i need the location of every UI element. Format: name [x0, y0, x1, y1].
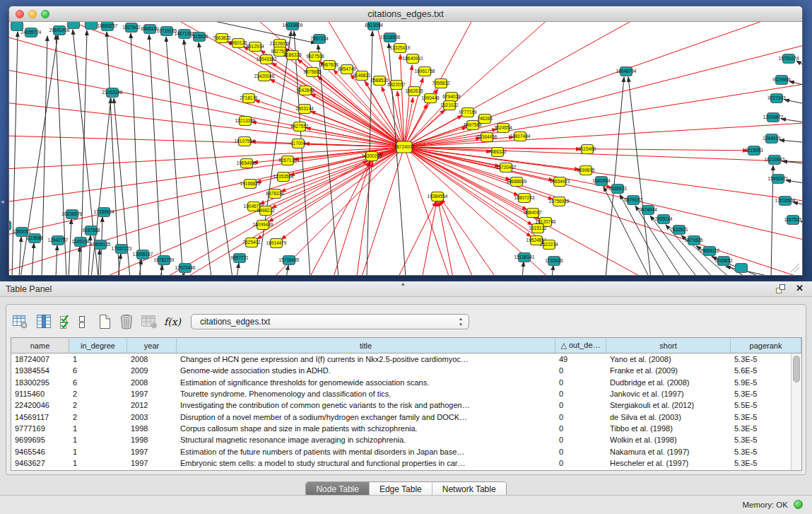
graph-edge[interactable] — [255, 100, 404, 147]
create-column-button[interactable] — [97, 313, 112, 330]
control-panel-splitter-arrow[interactable]: ◂ — [1, 198, 4, 205]
graph-edge[interactable] — [12, 32, 18, 275]
tab-edge-table[interactable]: Edge Table — [370, 482, 433, 496]
graph-edge[interactable] — [404, 147, 802, 248]
graph-edge[interactable] — [9, 147, 404, 170]
column-header-2[interactable]: year — [127, 338, 177, 353]
network-window-titlebar[interactable]: citations_edges.txt — [9, 6, 802, 22]
column-header-6[interactable]: pagerank — [731, 338, 801, 353]
select-all-button[interactable] — [59, 314, 71, 329]
table-row[interactable]: 911546021997Tourette syndrome. Phenomeno… — [11, 388, 801, 399]
tab-node-table[interactable]: Node Table — [306, 482, 370, 496]
table-cell: 2 — [69, 401, 127, 409]
network-graph-svg[interactable]: 1872400718300295193845549115460969969513… — [9, 22, 802, 275]
graph-edge[interactable] — [438, 201, 454, 275]
graph-edge[interactable] — [9, 147, 404, 206]
graph-edge[interactable] — [726, 267, 777, 275]
close-window-button[interactable] — [16, 10, 24, 18]
graph-edge[interactable] — [796, 61, 802, 69]
tab-network-table[interactable]: Network Table — [433, 482, 506, 496]
graph-node[interactable] — [11, 22, 23, 31]
table-cell: Yano et al. (2008) — [606, 355, 731, 363]
table-cell: 1 — [69, 355, 127, 363]
column-header-3[interactable]: title — [177, 338, 555, 353]
graph-edge[interactable] — [149, 35, 162, 275]
canvas-resize-grip-icon[interactable] — [791, 264, 799, 272]
graph-edge[interactable] — [404, 147, 553, 199]
graph-node-label: 12353594 — [273, 174, 294, 179]
column-header-1[interactable]: in_degree — [69, 338, 127, 353]
close-panel-icon[interactable]: ✕ — [796, 283, 804, 293]
table-row[interactable]: 1872400712008Changes of HCN gene express… — [11, 354, 801, 365]
graph-edge[interactable] — [781, 119, 802, 123]
graph-edge[interactable] — [105, 22, 404, 147]
graph-node[interactable] — [68, 22, 80, 29]
graph-node-label: 12923446 — [175, 265, 196, 270]
function-builder-button[interactable]: f(x) — [164, 316, 181, 327]
graph-node-label: 7515526 — [190, 34, 208, 39]
graph-edge[interactable] — [404, 147, 531, 237]
import-table-button — [141, 314, 158, 329]
table-scrollbar[interactable] — [791, 354, 801, 470]
table-cell: 1998 — [127, 424, 177, 433]
graph-edge[interactable] — [184, 40, 211, 275]
graph-edge[interactable] — [56, 245, 57, 275]
graph-edge[interactable] — [107, 32, 119, 275]
graph-node-label: 16210643 — [765, 157, 785, 162]
table-row[interactable]: 946554611997Estimation of the future num… — [11, 445, 801, 457]
graph-edge[interactable] — [522, 262, 524, 275]
table-mode-button[interactable] — [12, 314, 29, 329]
table-row[interactable]: 977716911998Corpus callosum shape and si… — [11, 423, 801, 434]
table-cell: Corpus callosum shape and size in male p… — [177, 424, 555, 433]
column-header-4[interactable]: △ out_de… — [555, 338, 606, 353]
graph-edge[interactable] — [237, 263, 239, 275]
table-row[interactable]: 1830029562008Estimation of significance … — [11, 377, 801, 388]
graph-node[interactable] — [86, 22, 98, 30]
graph-edge[interactable] — [69, 219, 71, 275]
scrollbar-thumb[interactable] — [793, 356, 800, 382]
graph-edge[interactable] — [78, 247, 80, 275]
table-row[interactable]: 946362711997Embryonic stem cells: a mode… — [11, 457, 801, 469]
delete-column-button[interactable] — [119, 313, 134, 330]
graph-edge[interactable] — [286, 265, 288, 275]
graph-edge[interactable] — [19, 237, 21, 275]
float-panel-icon[interactable] — [776, 284, 785, 293]
graph-edge[interactable] — [389, 43, 406, 275]
table-cell: Estimation of significance thresholds fo… — [177, 378, 555, 387]
table-row[interactable]: 1456911722003Disruption of a novel membe… — [11, 411, 801, 422]
graph-node[interactable] — [736, 264, 748, 273]
show-columns-button[interactable] — [35, 314, 52, 329]
column-header-0[interactable]: name — [11, 338, 69, 353]
split-pane-handle-icon[interactable]: ▴ — [401, 280, 405, 287]
graph-edge[interactable] — [166, 37, 183, 275]
graph-node-label: 20691406 — [49, 28, 70, 33]
minimize-window-button[interactable] — [28, 10, 37, 18]
graph-edge[interactable] — [9, 64, 404, 147]
table-source-select[interactable]: citations_edges.txt ▲▼ — [191, 314, 469, 329]
column-header-5[interactable]: short — [606, 338, 731, 353]
table-row[interactable]: 1938455462009Genome-wide association stu… — [11, 365, 801, 376]
graph-edge[interactable] — [779, 140, 802, 143]
network-canvas[interactable]: 1872400718300295193845549115460969969513… — [9, 22, 802, 275]
graph-edge[interactable] — [441, 199, 494, 275]
row-height-button[interactable] — [78, 314, 86, 329]
graph-edge[interactable] — [552, 265, 553, 275]
graph-edge[interactable] — [355, 162, 372, 275]
table-cell: Tibbo et al. (1998) — [606, 424, 731, 433]
table-cell: 0 — [555, 448, 606, 456]
graph-edge[interactable] — [131, 33, 141, 275]
graph-edge[interactable] — [404, 36, 802, 147]
graph-edge[interactable] — [318, 45, 339, 275]
table-row[interactable]: 969969511998Structural magnetic resonanc… — [11, 434, 801, 445]
graph-edge[interactable] — [98, 250, 100, 275]
graph-edge[interactable] — [420, 201, 437, 275]
graph-node[interactable] — [9, 221, 11, 230]
graph-edge[interactable] — [199, 42, 233, 275]
graph-edge[interactable] — [784, 100, 802, 105]
table-row[interactable]: 2242004622012Investigating the contribut… — [11, 399, 801, 411]
memory-ok-indicator[interactable] — [794, 500, 803, 509]
zoom-window-button[interactable] — [41, 10, 49, 18]
graph-edge[interactable] — [9, 29, 404, 147]
graph-edge[interactable] — [32, 243, 34, 275]
table-cell: Genome-wide association studies in ADHD. — [177, 366, 555, 375]
